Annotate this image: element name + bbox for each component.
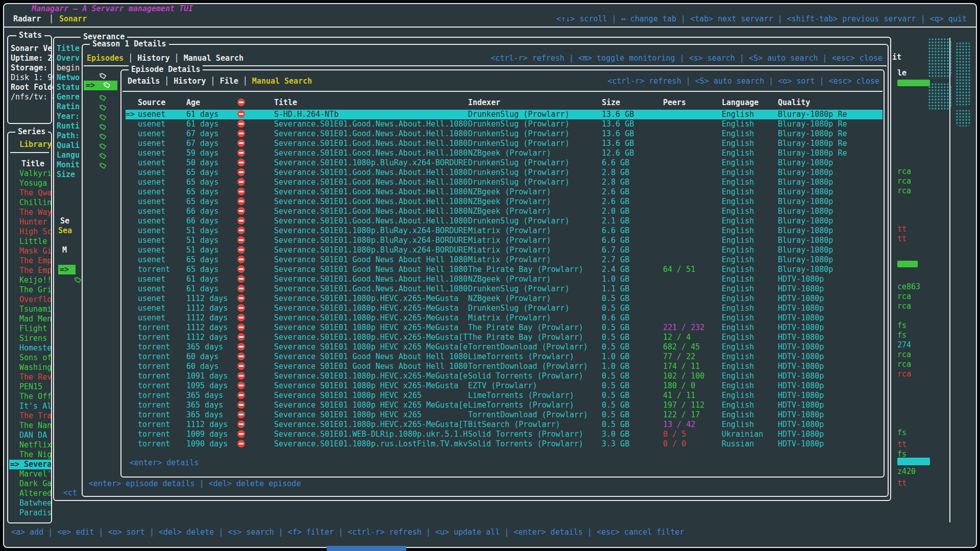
tab-ep-manual-search[interactable]: Manual Search xyxy=(252,77,312,86)
cell-rejected xyxy=(237,226,274,236)
search-result-row[interactable]: usenet1112 daysSeverance.S01E01.1080p.HE… xyxy=(126,304,883,313)
cell-age: 66 days xyxy=(186,207,237,216)
series-divider xyxy=(10,152,49,153)
series-item[interactable]: The Gri xyxy=(9,285,51,295)
search-result-row[interactable]: usenet51 daysSeverance.S01E01.1080p.BluR… xyxy=(126,245,883,255)
series-item[interactable]: Mask Gi xyxy=(9,246,51,256)
series-item[interactable]: Yosuga xyxy=(9,179,51,188)
search-result-row[interactable]: torrent365 daysSeverance S01E01 1080p HE… xyxy=(126,400,883,410)
series-item[interactable]: Marvel' xyxy=(9,469,51,479)
search-result-row[interactable]: =>usenet61 daysS-HD.H.264-NTbDrunkenSlug… xyxy=(126,110,883,119)
search-result-row[interactable]: usenet61 daysSeverance.S01E01.Good.News.… xyxy=(126,119,883,129)
tab-manual-search[interactable]: Manual Search xyxy=(184,54,243,63)
search-result-row[interactable]: usenet51 daysSeverance.S01E01.1080p.BluR… xyxy=(126,236,883,245)
tab-history[interactable]: History xyxy=(137,54,169,63)
series-item[interactable]: Altered xyxy=(9,489,51,498)
tab-sonarr[interactable]: Sonarr xyxy=(59,14,87,24)
cell-size: 2.8 GB xyxy=(602,168,663,178)
search-result-row[interactable]: torrent365 daysSeverance S01E01 1080p HE… xyxy=(126,342,883,352)
cell-language: English xyxy=(722,216,778,226)
series-item[interactable]: Hunter xyxy=(9,217,51,227)
search-result-row[interactable]: usenet50 daysSeverance.S01E01.1080p.BluR… xyxy=(126,158,883,168)
search-result-row[interactable]: torrent1112 daysSeverance.S01E01.1080p.H… xyxy=(126,333,883,342)
search-result-row[interactable]: usenet61 daysSeverance.S01E01.Good.News.… xyxy=(126,274,883,284)
series-item[interactable]: Dark Ga xyxy=(9,479,51,489)
search-result-row[interactable]: torrent365 daysSeverance S01E01 1080p HE… xyxy=(126,410,883,420)
series-item[interactable]: The Nig xyxy=(9,450,51,460)
cell-language: English xyxy=(722,129,778,139)
tab-ep-history[interactable]: History xyxy=(174,77,206,86)
search-result-row[interactable]: torrent1095 daysSeverance S01E01 1080p H… xyxy=(126,381,883,391)
search-result-row[interactable]: torrent65 daysSeverance S01E01 Good News… xyxy=(126,265,883,274)
series-item[interactable]: PEN15 xyxy=(9,382,51,392)
search-result-row[interactable]: usenet65 daysSeverance S01E01 Good News … xyxy=(126,255,883,265)
series-item[interactable]: The Off xyxy=(9,392,51,402)
series-item[interactable]: Homeste xyxy=(9,343,51,353)
search-result-row[interactable]: torrent1090 daysSeverance.S01E01.1080p.r… xyxy=(126,439,883,449)
search-result-row[interactable]: usenet61 daysSeverance.S01E01.Good.News.… xyxy=(126,284,883,294)
search-result-row[interactable]: torrent60 daysSeverance S01E01 Good News… xyxy=(126,362,883,371)
series-item[interactable]: Chillin xyxy=(9,198,51,208)
search-result-row[interactable]: usenet66 daysSeverance.S01E01.Good.News.… xyxy=(126,216,883,226)
search-result-row[interactable]: usenet65 daysSeverance.S01E01.Good.News.… xyxy=(126,197,883,207)
series-item[interactable]: Mad Men xyxy=(9,314,51,324)
column-header-title[interactable]: Title xyxy=(274,98,468,108)
tab-file[interactable]: File xyxy=(220,77,238,86)
season-modal-title: Season 1 Details xyxy=(90,39,169,49)
series-item[interactable]: Batwhee xyxy=(9,498,51,508)
search-result-row[interactable]: torrent60 daysSeverance S01E01 Good News… xyxy=(126,352,883,362)
tab-episodes[interactable]: Episodes xyxy=(87,54,124,63)
series-item[interactable]: Paradis xyxy=(9,508,51,518)
cell-rejected xyxy=(237,129,274,139)
series-item[interactable]: => Severan xyxy=(9,460,51,469)
column-header-indexer[interactable]: Indexer xyxy=(468,98,602,108)
series-item[interactable]: Netflix xyxy=(9,440,51,450)
series-item[interactable]: The Emp xyxy=(9,256,51,266)
series-item[interactable]: The Rev xyxy=(9,372,51,382)
tab-radarr[interactable]: Radarr xyxy=(13,14,41,24)
search-result-row[interactable]: usenet1112 daysSeverance.S01E01.1080p.HE… xyxy=(126,313,883,323)
series-item[interactable]: Valkyri xyxy=(9,169,51,179)
series-item[interactable]: Overflo xyxy=(9,295,51,305)
search-result-row[interactable]: usenet59 daysSeverance.S01E01.Good.News.… xyxy=(126,148,883,158)
tab-details[interactable]: Details xyxy=(128,77,160,86)
search-result-row[interactable]: torrent1091 daysSeverance.S01E01.1080p.H… xyxy=(126,371,883,381)
column-header-language[interactable]: Language xyxy=(722,98,778,108)
column-header-rejected[interactable] xyxy=(237,98,274,108)
search-result-row[interactable]: torrent1112 daysSeverance S01E01 1080p H… xyxy=(126,323,883,333)
series-item[interactable]: The Emp xyxy=(9,266,51,276)
search-result-row[interactable]: torrent365 daysSeverance S01E01 1080p HE… xyxy=(126,391,883,400)
search-result-row[interactable]: usenet65 daysSeverance.S01E01.Good.News.… xyxy=(126,168,883,178)
series-item[interactable]: Keijo!! xyxy=(9,276,51,285)
column-header-age[interactable]: Age xyxy=(186,98,237,108)
series-item[interactable]: Washing xyxy=(9,363,51,372)
series-item[interactable]: Little xyxy=(9,237,51,246)
seasons-selected-row-stub[interactable]: => xyxy=(58,265,76,274)
search-result-row[interactable]: torrent1112 daysSeverance.S01E01.1080p.H… xyxy=(126,420,883,430)
search-result-row[interactable]: torrent1009 daysSeverance.S01E01.WEB-DLR… xyxy=(126,430,883,439)
search-result-row[interactable]: usenet65 daysSeverance.S01E01.Good.News.… xyxy=(126,178,883,187)
series-item[interactable]: DAN DA xyxy=(9,431,51,440)
series-item[interactable]: Sons of xyxy=(9,353,51,363)
series-item[interactable]: Sirens xyxy=(9,334,51,343)
column-header-size[interactable]: Size xyxy=(602,98,663,108)
series-item[interactable]: High Sc xyxy=(9,227,51,237)
selected-episode-row[interactable]: => xyxy=(84,81,117,90)
series-item[interactable]: The Nan xyxy=(9,421,51,431)
search-result-row[interactable]: usenet67 daysSeverance.S01E01.Good.News.… xyxy=(126,129,883,139)
cell-peers: 64 / 51 xyxy=(663,265,722,274)
search-result-row[interactable]: usenet66 daysSeverance.S01E01.Good.News.… xyxy=(126,207,883,216)
series-item[interactable]: The Tra xyxy=(9,411,51,421)
series-item[interactable]: Flight xyxy=(9,324,51,334)
search-result-row[interactable]: usenet1112 daysSeverance.S01E01.1080p.HE… xyxy=(126,294,883,304)
series-item[interactable]: Tsunami xyxy=(9,305,51,314)
series-item[interactable]: The Qwa xyxy=(9,188,51,198)
series-item[interactable]: The Way xyxy=(9,208,51,217)
search-result-row[interactable]: usenet65 daysSeverance.S01E01.Good.News.… xyxy=(126,187,883,197)
series-item[interactable]: It's Al xyxy=(9,402,51,411)
search-result-row[interactable]: usenet67 daysSeverance.S01E01.Good.News.… xyxy=(126,139,883,148)
search-result-row[interactable]: usenet51 daysSeverance.S01E01.1080p.BluR… xyxy=(126,226,883,236)
column-header-source[interactable]: Source xyxy=(138,98,186,108)
column-header-peers[interactable]: Peers xyxy=(663,98,722,108)
column-header-quality[interactable]: Quality xyxy=(778,98,883,108)
